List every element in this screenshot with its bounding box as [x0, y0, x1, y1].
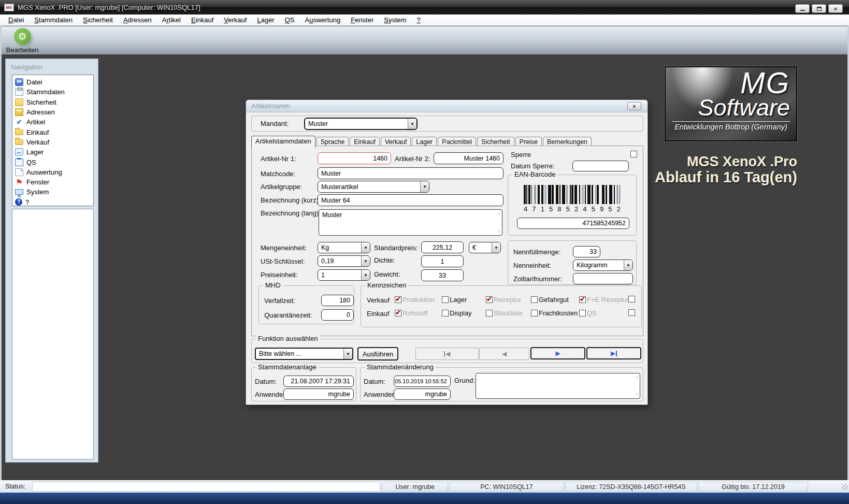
checkbox-frachtkosten[interactable]: Frachtkosten	[531, 309, 578, 317]
aenderung-anwender-input[interactable]: mgrube	[394, 388, 451, 400]
ust-schluessel-select[interactable]: 0,19 ▼	[318, 255, 370, 267]
bezeichnung-lang-textarea[interactable]: Muster ∧ ∨	[319, 209, 502, 236]
tab-artikelstammdaten[interactable]: Artikelstammdaten	[251, 136, 315, 148]
sidebar-item-system[interactable]: System	[14, 187, 93, 197]
mengeneinheit-select[interactable]: Kg ▼	[318, 242, 370, 253]
quarantaenezeit-input[interactable]: 0	[321, 309, 354, 321]
checkbox-rohstoff[interactable]: ✔Rohstoff	[395, 309, 427, 317]
matchcode-input[interactable]: Muster	[318, 167, 503, 179]
sidebar-item-artikel[interactable]: ✔Artikel	[14, 117, 93, 127]
sidebar-item-qs[interactable]: QS	[14, 157, 93, 167]
sidebar-item-sicherheit[interactable]: Sicherheit	[14, 97, 93, 107]
sidebar-item-auswertung[interactable]: Auswertung	[14, 167, 93, 177]
checked-checkbox-icon: ✔	[486, 296, 493, 303]
grund-scroll-up-icon[interactable]: ∧	[635, 375, 639, 380]
sidebar-item-stammdaten[interactable]: Stammdaten	[14, 87, 93, 97]
dialog-close-icon: ×	[632, 103, 636, 109]
menu-item-stammdaten[interactable]: Stammdaten	[29, 15, 78, 25]
menu-item-artikel[interactable]: Artikel	[157, 15, 186, 25]
grund-scroll-down-icon[interactable]: ∨	[635, 392, 639, 397]
checkbox-verkauf-extra[interactable]	[628, 296, 635, 303]
record-previous-button[interactable]: ◀	[479, 348, 529, 360]
scroll-down-icon[interactable]: ∨	[497, 229, 501, 234]
menu-item-einkauf[interactable]: Einkauf	[186, 15, 219, 25]
sidebar-item-datei[interactable]: Datei	[14, 77, 93, 87]
gewicht-label: Gewicht:	[374, 270, 400, 278]
mandant-select[interactable]: Muster ▼	[304, 118, 418, 130]
nenneinheit-dropdown-icon[interactable]: ▼	[624, 260, 632, 270]
record-first-button[interactable]: ◀	[415, 348, 479, 360]
sidebar-item-fenster[interactable]: ⚑Fenster	[14, 177, 93, 187]
grund-textarea[interactable]: ∧ ∨	[476, 373, 640, 399]
mengeneinheit-dropdown-icon[interactable]: ▼	[361, 242, 370, 253]
edit-tool-button[interactable]: ⚙ Bearbeiten	[4, 28, 40, 54]
dialog-title-bar[interactable]: Artikelstamm ×	[246, 100, 647, 112]
sidebar-item-[interactable]: ??	[14, 197, 93, 206]
checkbox-rezeptur[interactable]: ✔Rezeptur	[486, 296, 521, 304]
nenneinheit-select[interactable]: Kilogramm ▼	[573, 260, 633, 271]
standardpreis-input[interactable]: 225,12	[421, 241, 464, 253]
funktion-select[interactable]: Bitte wählen ... ▼	[255, 348, 353, 360]
checkbox-gefahrgut[interactable]: Gefahrgut	[531, 296, 569, 304]
mandant-dropdown-icon[interactable]: ▼	[408, 119, 416, 129]
close-button[interactable]: ×	[828, 4, 843, 13]
preiseinheit-dropdown-icon[interactable]: ▼	[361, 270, 370, 280]
checkbox-qs[interactable]: QS	[579, 309, 597, 317]
artikel-nr2-input[interactable]: Muster 1460	[434, 152, 503, 164]
resize-grip[interactable]	[842, 484, 848, 490]
artikel-nr1-input[interactable]: 1460	[318, 152, 391, 164]
nennfuellmenge-input[interactable]: 33	[573, 246, 600, 257]
maximize-button[interactable]	[812, 4, 826, 13]
bezeichnung-kurz-input[interactable]: Muster 64	[318, 194, 503, 206]
ausfuehren-button[interactable]: Ausführen	[357, 347, 398, 361]
menu-item-system[interactable]: System	[379, 15, 411, 25]
gewicht-input[interactable]: 33	[421, 269, 464, 281]
sidebar-item-lager[interactable]: Lager	[14, 147, 93, 157]
ean-value-input[interactable]: 471585245952	[517, 218, 629, 229]
funktion-group-label: Funktion auswählen	[256, 335, 320, 342]
menu-item-auswertung[interactable]: Auswertung	[300, 15, 346, 25]
menu-item-fenster[interactable]: Fenster	[346, 15, 379, 25]
artikelgruppe-dropdown-icon[interactable]: ▼	[420, 181, 429, 192]
preiseinheit-select[interactable]: 1 ▼	[318, 269, 370, 281]
checkbox-st-ckliste[interactable]: Stückliste	[486, 309, 523, 317]
funktion-dropdown-icon[interactable]: ▼	[343, 349, 352, 359]
status-license: Lizenz: 72SD-X35Q88-145GT-HR54S	[565, 482, 697, 492]
menu-item-verkauf[interactable]: Verkauf	[219, 15, 252, 25]
ean-group-label: EAN-Barcode	[512, 170, 557, 178]
sidebar-item-adressen[interactable]: Adressen	[14, 107, 93, 117]
checkbox-display[interactable]: Display	[442, 309, 472, 317]
aenderung-datum-input[interactable]: 05.10.2019 10:55:52	[394, 376, 451, 387]
checkbox-produktion[interactable]: ✔Produktion	[395, 296, 435, 304]
menu-item-sicherheit[interactable]: Sicherheit	[78, 15, 118, 25]
menu-item-lager[interactable]: Lager	[252, 15, 279, 25]
artikelgruppe-select[interactable]: Musterartikel ▼	[318, 181, 429, 193]
dichte-input[interactable]: 1	[421, 255, 464, 267]
menu-item-qs[interactable]: QS	[280, 15, 300, 25]
datum-sperre-input[interactable]	[572, 161, 629, 171]
checkbox-lager[interactable]: Lager	[442, 296, 467, 304]
currency-dropdown-icon[interactable]: ▼	[492, 242, 500, 253]
sperre-checkbox[interactable]	[630, 151, 637, 157]
menu-item-[interactable]: ?	[412, 15, 426, 25]
mandant-group: Mandant: Muster ▼	[251, 116, 643, 132]
checkbox-einkauf-extra[interactable]	[628, 309, 635, 316]
dialog-close-button[interactable]: ×	[627, 102, 641, 110]
scroll-up-icon[interactable]: ∧	[497, 211, 501, 216]
menu-item-adressen[interactable]: Adressen	[118, 15, 157, 25]
checkbox-f-e-rezeptur[interactable]: ✔F+E Rezeptur	[579, 296, 629, 304]
anlage-datum-input[interactable]: 21.08.2007 17:29:31	[283, 376, 354, 387]
aenderung-anwender-label: Anwender:	[364, 391, 396, 398]
menu-item-datei[interactable]: Datei	[3, 15, 29, 25]
currency-select[interactable]: € ▼	[469, 242, 501, 253]
zolltarifnummer-input[interactable]	[573, 273, 633, 284]
sidebar-item-verkauf[interactable]: Verkauf	[14, 137, 93, 147]
sidebar-item-einkauf[interactable]: Einkauf	[14, 127, 93, 137]
anlage-anwender-input[interactable]: mgrube	[283, 388, 354, 400]
minimize-button[interactable]	[795, 4, 810, 13]
ust-dropdown-icon[interactable]: ▼	[361, 256, 370, 266]
record-next-button[interactable]: ▶	[530, 347, 585, 359]
record-last-button[interactable]: ▶	[586, 347, 641, 359]
verfallzeit-input[interactable]: 180	[321, 295, 354, 306]
monitor-icon	[15, 189, 23, 195]
